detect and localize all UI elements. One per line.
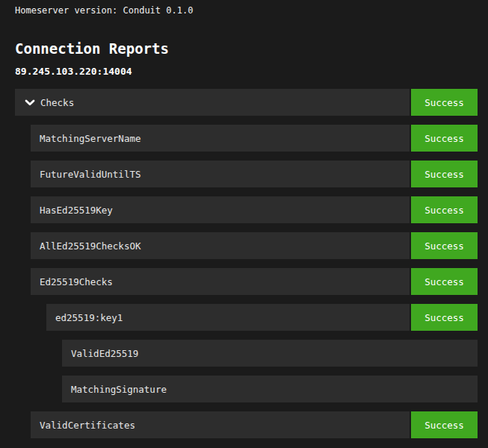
status-badge: Success [410, 232, 478, 259]
status-badge: Success [410, 161, 478, 187]
row-label: Ed25519Checks [31, 276, 113, 287]
row-label: ValidEd25519 [62, 348, 138, 359]
report-row-ed25519-checks: Ed25519Checks Success [31, 268, 478, 295]
report-row-ed25519-key1: ed25519:key1 Success [46, 304, 478, 331]
page-title: Connection Reports [15, 40, 478, 57]
checks-report-list: Checks Success MatchingServerName Succes… [15, 89, 478, 438]
status-badge: Success [410, 268, 478, 295]
row-label: ValidCertificates [31, 420, 135, 431]
report-row-valid-ed25519: ValidEd25519 [62, 340, 478, 367]
row-label: Checks [35, 97, 74, 108]
status-badge: Success [410, 304, 478, 331]
chevron-down-icon [25, 99, 35, 106]
homeserver-version-text: Homeserver version: Conduit 0.1.0 [15, 0, 478, 16]
report-row-has-ed25519-key: HasEd25519Key Success [31, 196, 478, 223]
status-badge: Success [410, 125, 478, 152]
status-badge: Success [410, 196, 478, 223]
connection-report-page: Homeserver version: Conduit 0.1.0 Connec… [0, 0, 488, 438]
report-row-matching-server-name: MatchingServerName Success [31, 125, 478, 152]
report-row-future-valid-until-ts: FutureValidUntilTS Success [31, 161, 478, 187]
row-label: AllEd25519ChecksOK [31, 240, 140, 252]
row-label: MatchingServerName [31, 133, 140, 144]
report-row-all-ed25519-checks-ok: AllEd25519ChecksOK Success [31, 232, 478, 259]
report-row-valid-certificates: ValidCertificates Success [31, 411, 478, 438]
row-label: HasEd25519Key [31, 205, 113, 216]
server-address: 89.245.103.220:14004 [15, 66, 478, 77]
row-label: MatchingSignature [62, 384, 167, 395]
row-label: FutureValidUntilTS [31, 169, 140, 180]
row-label: ed25519:key1 [46, 312, 123, 323]
report-row-checks[interactable]: Checks Success [15, 89, 478, 116]
report-row-matching-signature: MatchingSignature [62, 376, 478, 402]
status-badge: Success [410, 89, 478, 116]
status-badge: Success [410, 411, 478, 438]
